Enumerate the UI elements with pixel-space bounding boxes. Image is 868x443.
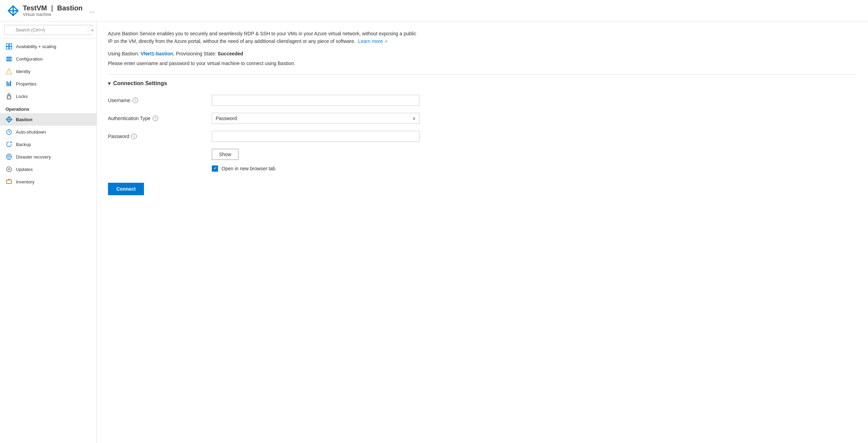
- password-info-icon[interactable]: i: [131, 134, 137, 139]
- header-logo: TestVM | Bastion Virtual machine: [7, 4, 83, 17]
- sidebar-item-inventory[interactable]: Inventory: [0, 175, 97, 188]
- page-title: Bastion: [57, 4, 82, 12]
- chevron-down-icon: ▾: [108, 81, 110, 86]
- show-password-button[interactable]: Show: [212, 149, 238, 160]
- auth-type-info-icon[interactable]: i: [153, 116, 158, 121]
- svg-text:!: !: [9, 71, 10, 74]
- using-bastion-text: Using Bastion: VNet1-bastion, Provisioni…: [108, 51, 857, 56]
- sidebar-label-properties: Properties: [16, 81, 36, 87]
- sidebar-label-updates: Updates: [16, 167, 33, 172]
- auth-type-control: Password ∨: [212, 113, 419, 124]
- svg-rect-25: [7, 180, 11, 183]
- updates-icon: [6, 166, 12, 173]
- username-info-icon[interactable]: i: [133, 98, 138, 103]
- properties-icon: [6, 80, 12, 87]
- sidebar-item-configuration[interactable]: Configuration: [0, 53, 97, 65]
- username-input[interactable]: [212, 95, 419, 106]
- svg-point-22: [9, 129, 9, 130]
- collapse-sidebar-button[interactable]: «: [88, 25, 97, 35]
- password-label: Password i: [108, 134, 212, 139]
- svg-rect-3: [6, 44, 9, 46]
- sidebar-label-locks: Locks: [16, 94, 28, 99]
- header: TestVM | Bastion Virtual machine ...: [0, 0, 868, 21]
- password-input[interactable]: [212, 131, 419, 142]
- description-text: Azure Bastion Service enables you to sec…: [108, 30, 419, 45]
- azure-logo-icon: [7, 4, 19, 17]
- svg-rect-14: [10, 81, 11, 86]
- auth-type-select[interactable]: Password ∨: [212, 113, 419, 124]
- resource-name: TestVM: [23, 4, 47, 12]
- username-label: Username i: [108, 98, 212, 103]
- main-layout: 🔍 « Availability + scaling Configuration: [0, 21, 868, 443]
- search-input[interactable]: [4, 25, 92, 35]
- open-new-tab-row: ✓ Open in new browser tab: [212, 165, 419, 172]
- inventory-icon: [6, 178, 12, 185]
- connect-button[interactable]: Connect: [108, 183, 144, 195]
- bastion-icon: [6, 116, 12, 123]
- svg-rect-7: [6, 57, 12, 58]
- clock-icon: [6, 128, 12, 135]
- chevron-down-icon: ∨: [413, 116, 416, 121]
- svg-marker-26: [7, 179, 11, 180]
- lock-icon: [6, 93, 12, 100]
- connection-settings-label: Connection Settings: [113, 80, 167, 87]
- header-title: TestVM | Bastion Virtual machine: [23, 4, 83, 17]
- svg-rect-13: [8, 82, 9, 86]
- content-area: Azure Bastion Service enables you to sec…: [97, 21, 868, 443]
- svg-rect-8: [6, 58, 12, 60]
- sidebar-label-inventory: Inventory: [16, 179, 34, 184]
- operations-section-header: Operations: [0, 102, 97, 113]
- password-row: Password i: [108, 131, 419, 142]
- sidebar: 🔍 « Availability + scaling Configuration: [0, 21, 97, 443]
- external-link-icon: ↗: [384, 39, 387, 44]
- open-new-tab-label: Open in new browser tab: [221, 166, 275, 171]
- sidebar-label-disaster-recovery: Disaster recovery: [16, 154, 51, 160]
- header-separator: |: [51, 4, 53, 12]
- please-enter-text: Please enter username and password to yo…: [108, 61, 857, 66]
- username-row: Username i: [108, 95, 419, 106]
- open-new-tab-checkbox[interactable]: ✓: [212, 165, 218, 172]
- identity-icon: !: [6, 68, 12, 75]
- ellipsis-button[interactable]: ...: [87, 6, 98, 16]
- svg-rect-5: [6, 47, 9, 49]
- sidebar-label-bastion: Bastion: [16, 117, 33, 122]
- sidebar-item-locks[interactable]: Locks: [0, 90, 97, 102]
- sidebar-label-backup: Backup: [16, 142, 31, 147]
- svg-rect-12: [7, 81, 8, 86]
- sidebar-nav: Availability + scaling Configuration ! I…: [0, 39, 97, 443]
- bastion-name-link[interactable]: VNet1-bastion: [141, 51, 173, 56]
- divider: [108, 74, 857, 75]
- grid-icon: [6, 43, 12, 50]
- password-control: [212, 131, 419, 142]
- connection-settings: ▾ Connection Settings Username i Authent…: [108, 80, 419, 195]
- sidebar-item-properties[interactable]: Properties: [0, 78, 97, 90]
- sidebar-label-configuration: Configuration: [16, 56, 43, 62]
- sidebar-label-identity: Identity: [16, 69, 30, 74]
- auth-type-value: Password: [216, 116, 237, 121]
- svg-rect-9: [6, 60, 12, 61]
- dr-icon: [6, 153, 12, 160]
- auth-type-row: Authentication Type i Password ∨: [108, 113, 419, 124]
- sidebar-item-disaster-recovery[interactable]: Disaster recovery: [0, 151, 97, 163]
- sidebar-item-availability-scaling[interactable]: Availability + scaling: [0, 40, 97, 53]
- sidebar-label-auto-shutdown: Auto-shutdown: [16, 129, 46, 135]
- sidebar-item-backup[interactable]: Backup: [0, 138, 97, 151]
- sidebar-item-updates[interactable]: Updates: [0, 163, 97, 175]
- search-bar: 🔍 «: [0, 21, 97, 39]
- connection-settings-header[interactable]: ▾ Connection Settings: [108, 80, 419, 87]
- learn-more-link[interactable]: Learn more ↗: [358, 38, 387, 44]
- svg-rect-4: [9, 44, 12, 46]
- svg-rect-6: [9, 47, 12, 49]
- sidebar-item-auto-shutdown[interactable]: Auto-shutdown: [0, 126, 97, 138]
- resource-type: Virtual machine: [23, 12, 83, 17]
- auth-type-label: Authentication Type i: [108, 116, 212, 121]
- sidebar-label-availability-scaling: Availability + scaling: [16, 44, 56, 49]
- sidebar-item-identity[interactable]: ! Identity: [0, 65, 97, 78]
- sidebar-item-bastion[interactable]: Bastion: [0, 113, 97, 126]
- username-control: [212, 95, 419, 106]
- config-icon: [6, 55, 12, 62]
- checkmark-icon: ✓: [214, 166, 217, 171]
- svg-rect-15: [7, 96, 11, 99]
- backup-icon: [6, 141, 12, 148]
